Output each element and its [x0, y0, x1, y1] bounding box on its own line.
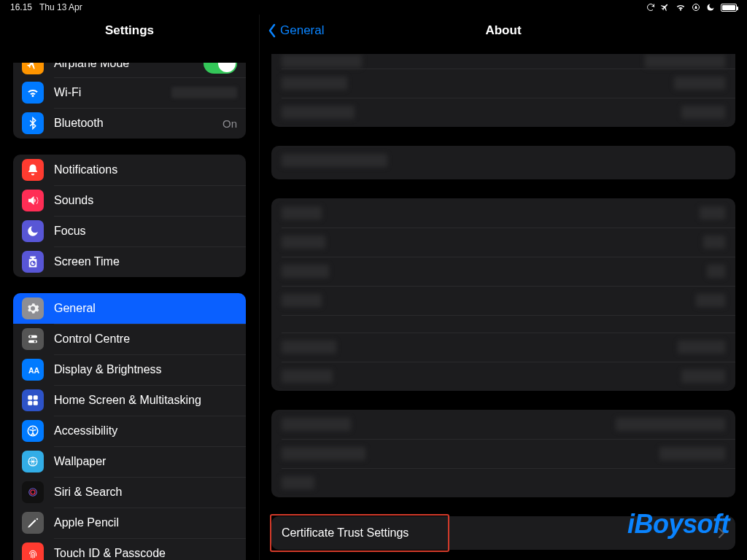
about-row-redacted[interactable] [271, 286, 735, 315]
sidebar-item-label: Notifications [54, 163, 237, 176]
airplane-mode-toggle[interactable] [204, 63, 237, 74]
sidebar-item-sounds[interactable]: Sounds [13, 185, 246, 216]
sidebar-item-focus[interactable]: Focus [13, 216, 246, 246]
sidebar-item-label: Screen Time [54, 255, 237, 268]
status-bar: 16.15 Thu 13 Apr [0, 0, 747, 15]
sidebar-item-bluetooth[interactable]: Bluetooth On [13, 108, 246, 139]
about-row-redacted[interactable] [271, 98, 735, 127]
sidebar-item-label: Bluetooth [54, 117, 212, 130]
watermark-logo: iBoysoft [627, 509, 729, 540]
status-date: Thu 13 Apr [39, 2, 82, 12]
svg-rect-8 [28, 401, 32, 405]
sidebar-item-value: On [222, 117, 237, 130]
sidebar-item-airplane-mode[interactable]: Airplane Mode [13, 63, 246, 77]
touch-id-icon [22, 542, 44, 560]
about-row-redacted[interactable] [271, 315, 735, 332]
status-time: 16.15 [10, 2, 32, 12]
redacted-value [171, 87, 237, 98]
sidebar-title: Settings [0, 15, 259, 47]
about-group-4 [271, 410, 735, 497]
about-row-redacted[interactable] [271, 410, 735, 439]
focus-icon [22, 220, 44, 242]
about-row-redacted[interactable] [271, 439, 735, 468]
sidebar-item-label: Wi-Fi [54, 86, 161, 99]
wifi-icon [676, 3, 686, 12]
wallpaper-icon [22, 451, 44, 472]
sidebar-item-label: Touch ID & Passcode [54, 547, 237, 560]
pencil-icon [22, 512, 44, 534]
sidebar-item-label: Display & Brightness [54, 363, 237, 376]
sidebar-item-home-screen[interactable]: Home Screen & Multitasking [13, 385, 246, 416]
sidebar-group-network: Airplane Mode Wi-Fi Blue [13, 63, 246, 139]
general-icon [22, 298, 44, 319]
sidebar-item-general[interactable]: General [13, 293, 246, 324]
about-row-redacted[interactable] [271, 468, 735, 497]
wifi-icon [22, 82, 44, 104]
sidebar-item-display-brightness[interactable]: AA Display & Brightness [13, 354, 246, 385]
sidebar-item-label: Control Centre [54, 332, 237, 346]
sidebar-item-siri[interactable]: Siri & Search [13, 477, 246, 508]
chevron-left-icon [267, 23, 277, 38]
sidebar-item-wifi[interactable]: Wi-Fi [13, 77, 246, 108]
bluetooth-icon [22, 112, 44, 134]
svg-rect-6 [28, 395, 32, 400]
display-icon: AA [22, 359, 44, 381]
accessibility-icon [22, 420, 44, 442]
sidebar-item-label: Accessibility [54, 424, 237, 438]
about-row-redacted[interactable] [271, 332, 735, 362]
sidebar-item-accessibility[interactable]: Accessibility [13, 416, 246, 446]
sidebar-item-label: Apple Pencil [54, 516, 237, 529]
dnd-moon-icon [706, 3, 715, 12]
sidebar-item-label: Airplane Mode [54, 63, 193, 70]
sidebar-group-alerts: Notifications Sounds Focus [13, 155, 246, 277]
about-row-redacted[interactable] [271, 228, 735, 257]
siri-icon [22, 481, 44, 503]
about-row-redacted[interactable] [271, 362, 735, 391]
about-group-1 [271, 54, 735, 127]
home-screen-icon [22, 389, 44, 411]
airplane-mode-icon [22, 63, 44, 74]
sync-icon [646, 3, 655, 12]
sidebar-item-screen-time[interactable]: Screen Time [13, 246, 246, 277]
about-row-redacted[interactable] [271, 198, 735, 228]
status-icons [646, 3, 737, 12]
sidebar-item-wallpaper[interactable]: Wallpaper [13, 446, 246, 477]
svg-point-11 [32, 427, 34, 429]
detail-title: About [260, 23, 747, 38]
about-row-redacted[interactable] [271, 146, 735, 175]
back-label: General [280, 23, 324, 38]
sidebar-item-label: Focus [54, 225, 237, 238]
svg-rect-7 [34, 395, 38, 400]
sidebar-item-label: Wallpaper [54, 455, 237, 468]
airplane-icon [661, 3, 670, 12]
screen-time-icon [22, 251, 44, 273]
about-group-3 [271, 198, 735, 391]
notifications-icon [22, 159, 44, 181]
svg-rect-9 [34, 401, 38, 405]
sidebar-item-label: General [54, 302, 237, 315]
sidebar-item-apple-pencil[interactable]: Apple Pencil [13, 508, 246, 538]
about-row-redacted[interactable] [271, 69, 735, 98]
back-button[interactable]: General [260, 23, 324, 38]
svg-point-3 [30, 335, 32, 338]
sidebar-item-label: Home Screen & Multitasking [54, 394, 237, 407]
sidebar-item-touch-id[interactable]: Touch ID & Passcode [13, 538, 246, 560]
battery-icon [721, 4, 737, 12]
svg-point-4 [34, 341, 36, 343]
detail-pane: General About [259, 15, 747, 560]
sidebar-group-general: General Control Centre AA Display & Brig… [13, 293, 246, 560]
about-group-2 [271, 146, 735, 179]
sidebar-item-label: Siri & Search [54, 486, 237, 499]
control-centre-icon [22, 328, 44, 350]
sidebar-item-notifications[interactable]: Notifications [13, 155, 246, 185]
orientation-lock-icon [692, 3, 700, 12]
sidebar-item-label: Sounds [54, 194, 237, 207]
settings-sidebar: Settings Airplane Mode [0, 15, 259, 560]
sounds-icon [22, 190, 44, 211]
about-row-redacted[interactable] [271, 54, 735, 69]
svg-text:AA: AA [28, 366, 39, 375]
about-row-redacted[interactable] [271, 257, 735, 286]
detail-nav-bar: General About [260, 15, 747, 47]
sidebar-item-control-centre[interactable]: Control Centre [13, 324, 246, 354]
